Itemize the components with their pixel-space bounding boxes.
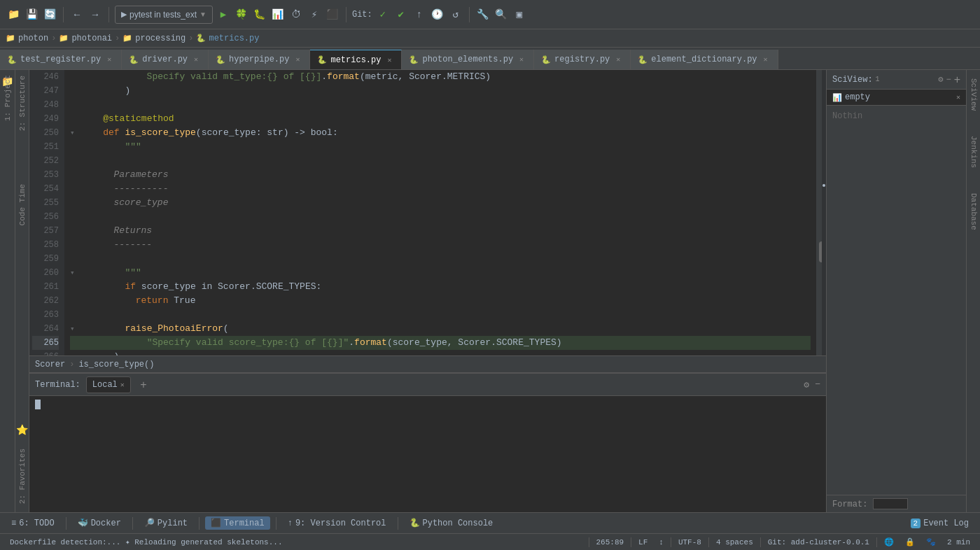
breadcrumb-photonai[interactable]: 📁 photonai — [59, 34, 112, 43]
code-editor[interactable]: Specify valid mt_type:{} of [{}].format(… — [64, 70, 816, 355]
sciview-settings-icon[interactable]: ⚙ — [938, 74, 943, 85]
line-262: 262 — [32, 294, 59, 308]
sciview-sidebar-label[interactable]: SciView — [968, 73, 979, 116]
debug-icon[interactable]: 🐛 — [252, 7, 267, 22]
pylint-button[interactable]: 🔎 Pylint — [139, 516, 193, 530]
terminal-settings-icon[interactable]: ⚙ — [804, 379, 809, 390]
tab-hyperpipe[interactable]: 🐍 hyperpipe.py ✕ — [209, 50, 310, 69]
line-251: 251 — [32, 140, 59, 154]
empty-tab-close[interactable]: ✕ — [956, 93, 960, 101]
status-message: Dockerfile detection:... ✦ Reloading gen… — [6, 537, 287, 547]
status-bar: Dockerfile detection:... ✦ Reloading gen… — [0, 533, 980, 550]
database-sidebar-label[interactable]: Database — [968, 188, 979, 236]
main-area: 📁 1: Project 2: Structure Code Time ⭐ 2:… — [0, 70, 980, 512]
status-indent[interactable]: 4 spaces — [712, 538, 757, 547]
tab-test-register[interactable]: 🐍 test_register.py ✕ — [0, 50, 122, 69]
right-sidebar: SciView Jenkins Database — [966, 70, 980, 512]
back-icon[interactable]: ← — [69, 7, 85, 22]
left-codetime-label[interactable]: Code Time — [17, 178, 28, 231]
favorites-icon[interactable]: ⭐ — [15, 423, 29, 437]
coverage-icon[interactable]: 📊 — [270, 7, 286, 22]
breadcrumb-root[interactable]: 📁 photon — [6, 34, 48, 43]
run-coverage-icon[interactable]: 🍀 — [234, 7, 249, 22]
tab-element-dict[interactable]: 🐍 element_dictionary.py ✕ — [631, 50, 778, 69]
terminal-bt-label: Terminal — [224, 519, 265, 528]
line-257: 257 — [32, 224, 59, 238]
git-label: Git: — [352, 10, 372, 20]
tab-driver[interactable]: 🐍 driver.py ✕ — [122, 50, 209, 69]
tab-label-6: element_dictionary.py — [651, 55, 757, 64]
status-git[interactable]: Git: add-cluster-0.0.1 — [764, 538, 874, 547]
terminal-content[interactable] — [29, 396, 826, 512]
terminal-tab-close[interactable]: ✕ — [120, 381, 125, 389]
status-time: 2 min — [943, 538, 974, 547]
sep3: › — [188, 34, 193, 43]
status-sep6 — [876, 537, 877, 547]
terminal-button[interactable]: ⬛ Terminal — [205, 516, 270, 530]
jenkins-sidebar-label[interactable]: Jenkins — [968, 130, 979, 174]
settings-icon[interactable]: 🔧 — [475, 7, 491, 22]
forward-icon[interactable]: → — [88, 7, 103, 22]
tab-metrics[interactable]: 🐍 metrics.py ✕ — [310, 50, 402, 69]
open-icon[interactable]: 📁 — [6, 7, 21, 22]
tab-close-2[interactable]: ✕ — [293, 55, 302, 64]
version-control-button[interactable]: ↑ 9: Version Control — [282, 517, 392, 530]
status-paw[interactable]: 🐾 — [922, 537, 940, 547]
terminal-tab-label: Local — [92, 380, 118, 390]
tab-close-1[interactable]: ✕ — [191, 55, 201, 64]
tab-close-6[interactable]: ✕ — [761, 55, 771, 64]
terminal-add-button[interactable]: + — [136, 378, 150, 392]
status-lock[interactable]: 🔒 — [901, 537, 919, 547]
empty-tab[interactable]: 📊 empty ✕ — [827, 90, 966, 106]
tab-label-1: driver.py — [142, 55, 188, 64]
status-globe[interactable]: 🌐 — [880, 537, 898, 547]
breadcrumb-processing[interactable]: 📁 processing — [122, 34, 186, 43]
far-left-panel: 📁 1: Project — [0, 70, 15, 512]
left-structure-label[interactable]: 2: Structure — [17, 70, 28, 136]
vc-label: 9: Version Control — [295, 519, 386, 528]
profile-icon[interactable]: ⏱ — [288, 7, 304, 22]
terminal-icon[interactable]: ▣ — [512, 7, 527, 22]
run-icon[interactable]: ▶ — [216, 7, 231, 22]
scrollbar[interactable] — [816, 70, 826, 355]
python-console-button[interactable]: 🐍 Python Console — [404, 516, 499, 530]
line-264: 264 — [32, 322, 59, 336]
save-icon[interactable]: 💾 — [24, 7, 39, 22]
status-sep3 — [671, 537, 671, 547]
code-line-261: if score_type in Scorer.SCORE_TYPES: — [70, 280, 811, 294]
terminal-local-tab[interactable]: Local ✕ — [86, 376, 131, 393]
run-all-icon[interactable]: ⚡ — [307, 7, 322, 22]
tab-photon-elements[interactable]: 🐍 photon_elements.py ✕ — [402, 50, 534, 69]
status-charset[interactable]: UTF-8 — [674, 538, 706, 547]
search-icon[interactable]: 🔍 — [493, 7, 509, 22]
pytest-button[interactable]: ▶ pytest in tests_ext ▼ — [115, 6, 213, 24]
tab-close-5[interactable]: ✕ — [613, 55, 623, 64]
git-history-icon[interactable]: 🕐 — [430, 7, 445, 22]
tab-close-4[interactable]: ✕ — [517, 55, 526, 64]
line-248: 248 — [32, 98, 59, 112]
tab-close-3[interactable]: ✕ — [384, 55, 394, 65]
refresh-icon[interactable]: 🔄 — [42, 7, 57, 22]
status-encoding[interactable]: LF — [634, 538, 652, 547]
git-push-icon[interactable]: ↑ — [412, 7, 427, 22]
sep1 — [63, 7, 64, 22]
terminal-minimize-icon[interactable]: − — [815, 379, 820, 390]
git-tick-icon[interactable]: ✔ — [393, 7, 409, 22]
code-line-255: score_type — [70, 196, 811, 210]
breadcrumb-file[interactable]: 🐍 metrics.py — [196, 34, 259, 43]
tab-close-0[interactable]: ✕ — [104, 55, 114, 64]
structure-icon[interactable]: 1: Project — [1, 91, 15, 105]
sciview-add-button[interactable]: + — [954, 73, 960, 86]
tab-registry[interactable]: 🐍 registry.py ✕ — [534, 50, 631, 69]
git-revert-icon[interactable]: ↺ — [448, 7, 463, 22]
status-sep2 — [631, 537, 631, 547]
todo-button[interactable]: ≡ 6: TODO — [6, 517, 60, 530]
git-check-icon[interactable]: ✓ — [375, 7, 391, 22]
event-log-button[interactable]: 2 Event Log — [905, 517, 974, 530]
format-input[interactable] — [873, 498, 908, 509]
left-favorites-label[interactable]: 2: Favorites — [17, 443, 28, 509]
docker-button[interactable]: 🐳 Docker — [72, 516, 127, 530]
stop-icon[interactable]: ⬛ — [325, 7, 340, 22]
sciview-minimize-icon[interactable]: − — [946, 75, 951, 85]
status-position[interactable]: 265:89 — [592, 538, 629, 547]
